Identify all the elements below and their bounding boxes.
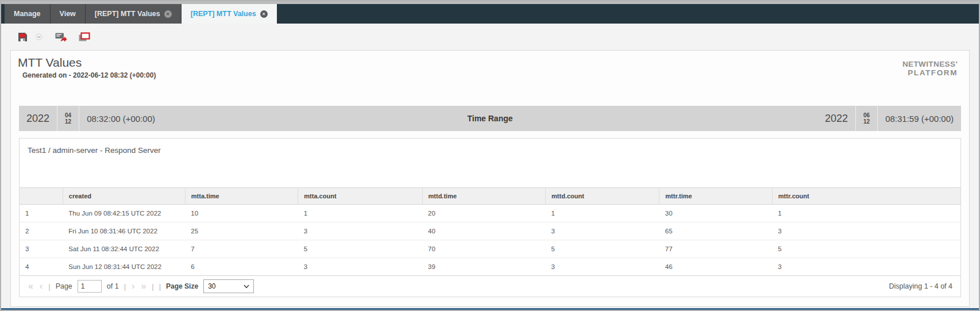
close-icon[interactable]: ✕ <box>164 10 172 18</box>
pagination-bar: « ‹ | Page of 1 | › » | | Page Size 30 <box>20 275 960 297</box>
cell: Thu Jun 09 08:42:15 UTC 2022 <box>63 205 185 222</box>
cell: 77 <box>659 240 773 258</box>
end-day: 12 <box>863 118 870 125</box>
col-mtta-time: mtta.time <box>185 188 298 205</box>
end-month: 06 <box>863 112 870 118</box>
last-page-icon[interactable]: » <box>140 282 146 291</box>
logo-platform-line: PLATFORM <box>902 68 958 77</box>
cell: 70 <box>422 240 546 258</box>
close-icon[interactable]: ✕ <box>260 10 268 18</box>
page-number-input[interactable] <box>78 280 102 293</box>
cell: 5 <box>546 240 659 258</box>
table-row: 4 Sun Jun 12 08:31:44 UTC 2022 6 3 39 3 … <box>20 258 960 276</box>
cell: 20 <box>422 205 546 222</box>
cell: 30 <box>659 205 773 222</box>
tab-view[interactable]: View <box>51 4 86 24</box>
cell: 3 <box>20 240 63 258</box>
col-row-number <box>20 188 63 205</box>
cell: 2 <box>20 222 63 240</box>
cell: 25 <box>185 222 298 240</box>
chevron-down-icon <box>36 33 43 40</box>
page-of-label: of 1 <box>107 282 119 290</box>
next-page-icon[interactable]: › <box>131 282 135 291</box>
netwitness-logo: NETWITNESS' PLATFORM <box>902 60 958 77</box>
cell: 40 <box>422 222 546 240</box>
cell: Fri Jun 10 08:31:46 UTC 2022 <box>63 222 185 240</box>
tab-label: [REPT] MTT Values <box>95 10 160 18</box>
tab-bar: Manage View [REPT] MTT Values ✕ [REPT] M… <box>1 4 979 24</box>
save-options-button[interactable] <box>33 33 45 40</box>
page-size-label: Page Size <box>166 282 198 290</box>
page-title: MTT Values <box>18 56 962 70</box>
prev-page-icon[interactable]: ‹ <box>39 282 43 291</box>
separator: | <box>152 282 153 291</box>
page-size-value: 30 <box>208 282 215 290</box>
chevron-down-icon <box>244 285 249 289</box>
col-mttd-count: mttd.count <box>546 188 659 205</box>
report-header: MTT Values Generated on - 2022-06-12 08:… <box>11 51 969 79</box>
first-page-icon[interactable]: « <box>28 282 34 291</box>
start-month: 04 <box>65 112 71 118</box>
table-row: 2 Fri Jun 10 08:31:46 UTC 2022 25 3 40 3… <box>20 222 960 240</box>
page-size-select[interactable]: 30 <box>203 279 254 293</box>
col-mttd-time: mttd.time <box>422 188 546 205</box>
cell: 46 <box>659 258 773 276</box>
tab-manage[interactable]: Manage <box>5 4 51 24</box>
end-time: 08:31:59 (+00:00) <box>878 106 961 131</box>
cell: 3 <box>298 258 422 276</box>
start-time: 08:32:00 (+00:00) <box>79 106 163 131</box>
tab-rept-mtt-values-2-active[interactable]: [REPT] MTT Values ✕ <box>182 4 277 24</box>
bottom-border-line <box>1 308 979 310</box>
cell: Sun Jun 12 08:31:44 UTC 2022 <box>63 258 185 276</box>
cell: 10 <box>185 205 298 222</box>
cell: 3 <box>772 222 960 240</box>
end-year: 2022 <box>817 106 855 131</box>
report-toolbar <box>1 24 979 50</box>
col-mttr-time: mttr.time <box>659 188 773 205</box>
cell: 65 <box>659 222 773 240</box>
tab-label: [REPT] MTT Values <box>191 10 256 18</box>
time-range-bar: 2022 04 12 08:32:00 (+00:00) Time Range … <box>19 106 961 131</box>
time-range-end: 2022 06 12 08:31:59 (+00:00) <box>817 106 961 131</box>
cell: 3 <box>772 258 960 276</box>
app-window: Manage View [REPT] MTT Values ✕ [REPT] M… <box>0 0 980 311</box>
cell: 3 <box>546 258 659 276</box>
table-row: 3 Sat Jun 11 08:32:44 UTC 2022 7 5 70 5 … <box>20 240 960 258</box>
end-month-day: 06 12 <box>855 106 878 131</box>
print-report-icon <box>79 32 90 42</box>
email-report-icon <box>55 32 67 42</box>
save-icon <box>18 32 28 42</box>
cell: 7 <box>185 240 298 258</box>
table-header-row: created mtta.time mtta.count mttd.time m… <box>20 188 960 205</box>
separator: | <box>48 282 50 291</box>
mtt-values-table: created mtta.time mtta.count mttd.time m… <box>20 187 960 275</box>
cell: 39 <box>422 258 546 276</box>
generated-timestamp: Generated on - 2022-06-12 08:32 (+00:00) <box>22 71 962 79</box>
print-report-button[interactable] <box>76 32 93 42</box>
report-panel: MTT Values Generated on - 2022-06-12 08:… <box>10 50 970 307</box>
cell: 5 <box>772 240 960 258</box>
cell: 1 <box>546 205 659 222</box>
section-title: Test1 / admin-server - Respond Server <box>20 139 960 187</box>
results-section: Test1 / admin-server - Respond Server cr… <box>19 138 961 297</box>
col-mtta-count: mtta.count <box>298 188 422 205</box>
start-month-day: 04 12 <box>57 106 79 131</box>
tab-rept-mtt-values-1[interactable]: [REPT] MTT Values ✕ <box>86 4 182 24</box>
table-row: 1 Thu Jun 09 08:42:15 UTC 2022 10 1 20 1… <box>20 205 960 222</box>
cell: 6 <box>185 258 298 276</box>
tab-label: Manage <box>14 10 41 18</box>
time-range-start: 2022 04 12 08:32:00 (+00:00) <box>19 106 163 131</box>
cell: Sat Jun 11 08:32:44 UTC 2022 <box>63 240 185 258</box>
start-year: 2022 <box>19 106 57 131</box>
col-mttr-count: mttr.count <box>772 188 960 205</box>
start-day: 12 <box>65 118 71 125</box>
cell: 3 <box>298 222 422 240</box>
cell: 3 <box>546 222 659 240</box>
displaying-status: Displaying 1 - 4 of 4 <box>889 282 952 290</box>
page-label: Page <box>56 282 72 290</box>
logo-brand-line: NETWITNESS' <box>902 60 958 68</box>
email-report-button[interactable] <box>52 32 70 42</box>
save-button[interactable] <box>15 32 30 42</box>
tab-label: View <box>60 10 76 18</box>
cell: 4 <box>20 258 63 276</box>
